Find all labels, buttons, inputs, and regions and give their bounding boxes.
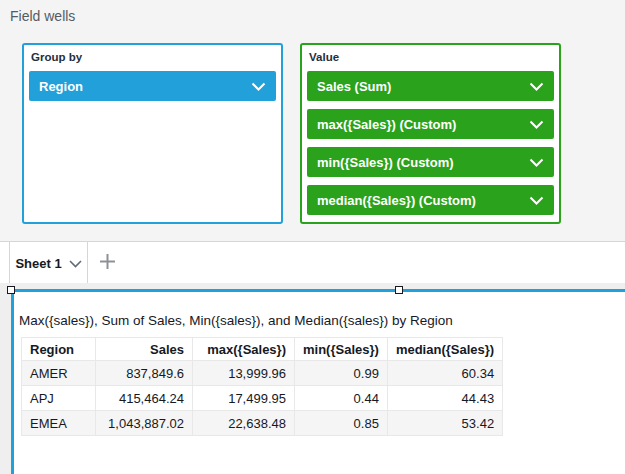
chevron-down-icon[interactable] <box>529 117 544 132</box>
table-cell: AMER <box>22 361 96 386</box>
table-cell: 1,043,887.02 <box>96 411 193 436</box>
column-header-max-sales: max({Sales}) <box>193 338 295 361</box>
field-pill-sales-sum[interactable]: Sales (Sum) <box>307 71 554 101</box>
field-pill-label: median({Sales}) (Custom) <box>317 193 529 208</box>
sheet-tab-label: Sheet 1 <box>15 256 61 271</box>
field-pill-max-sales[interactable]: max({Sales}) (Custom) <box>307 109 554 139</box>
table-visual[interactable]: Max({sales}), Sum of Sales, Min({sales})… <box>11 289 625 474</box>
field-pill-label: Sales (Sum) <box>317 79 529 94</box>
column-header-median-sales: median({Sales}) <box>387 338 502 361</box>
column-header-region: Region <box>22 338 96 361</box>
table-cell: 0.85 <box>295 411 388 436</box>
visual-title: Max({sales}), Sum of Sales, Min({sales})… <box>19 313 625 329</box>
value-well[interactable]: Value Sales (Sum) max({Sales}) (Custom) … <box>300 43 561 224</box>
field-pill-label: Region <box>39 79 251 94</box>
field-pill-label: min({Sales}) (Custom) <box>317 155 529 170</box>
field-wells-panel: Field wells Group by Region Value Sales … <box>0 0 625 241</box>
field-pill-min-sales[interactable]: min({Sales}) (Custom) <box>307 147 554 177</box>
chevron-down-icon[interactable] <box>529 79 544 94</box>
table-row: APJ 415,464.24 17,499.95 0.44 44.43 <box>22 386 503 411</box>
field-pill-median-sales[interactable]: median({Sales}) (Custom) <box>307 185 554 215</box>
add-sheet-button[interactable] <box>96 252 118 274</box>
value-label: Value <box>309 51 339 63</box>
table-cell: 415,464.24 <box>96 386 193 411</box>
table-cell: 0.99 <box>295 361 388 386</box>
table-cell: APJ <box>22 386 96 411</box>
column-header-min-sales: min({Sales}) <box>295 338 388 361</box>
field-pill-label: max({Sales}) (Custom) <box>317 117 529 132</box>
chevron-down-icon[interactable] <box>251 79 266 94</box>
tab-sheet-1[interactable]: Sheet 1 <box>9 242 88 284</box>
table-row: EMEA 1,043,887.02 22,638.48 0.85 53.42 <box>22 411 503 436</box>
data-table: Region Sales max({Sales}) min({Sales}) m… <box>21 337 503 436</box>
sheet-tab-bar: Sheet 1 <box>0 241 625 283</box>
chevron-down-icon[interactable] <box>529 193 544 208</box>
field-wells-title: Field wells <box>10 8 75 24</box>
group-by-well[interactable]: Group by Region <box>22 43 283 224</box>
table-cell: 44.43 <box>387 386 502 411</box>
table-cell: 13,999.96 <box>193 361 295 386</box>
field-pill-region[interactable]: Region <box>29 71 276 101</box>
selection-handle-top-middle[interactable] <box>395 286 403 294</box>
table-row: AMER 837,849.6 13,999.96 0.99 60.34 <box>22 361 503 386</box>
sheet-canvas: Max({sales}), Sum of Sales, Min({sales})… <box>0 283 625 474</box>
chevron-down-icon[interactable] <box>69 256 82 271</box>
table-cell: 22,638.48 <box>193 411 295 436</box>
plus-icon <box>99 253 116 274</box>
table-cell: 60.34 <box>387 361 502 386</box>
table-cell: 837,849.6 <box>96 361 193 386</box>
table-header-row: Region Sales max({Sales}) min({Sales}) m… <box>22 338 503 361</box>
chevron-down-icon[interactable] <box>529 155 544 170</box>
table-cell: EMEA <box>22 411 96 436</box>
table-cell: 0.44 <box>295 386 388 411</box>
selection-handle-top-left[interactable] <box>7 286 15 294</box>
table-cell: 53.42 <box>387 411 502 436</box>
group-by-label: Group by <box>31 51 82 63</box>
column-header-sales: Sales <box>96 338 193 361</box>
table-cell: 17,499.95 <box>193 386 295 411</box>
